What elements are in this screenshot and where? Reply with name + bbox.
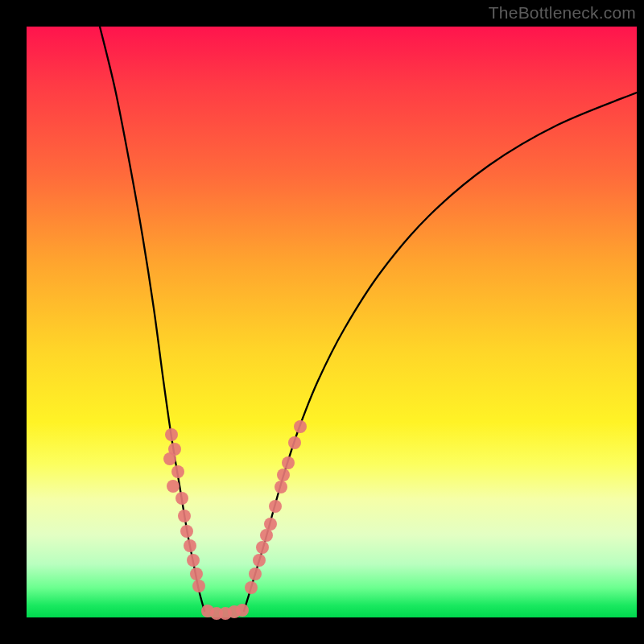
right-marker-dot <box>264 518 277 530</box>
left-marker-dot <box>163 452 176 465</box>
left-marker-dot <box>175 492 188 505</box>
watermark-text: TheBottleneck.com <box>489 3 636 23</box>
right-marker-dot <box>288 436 301 449</box>
right-marker-dot <box>269 500 282 513</box>
right-marker-dot <box>294 420 307 433</box>
left-marker-dot <box>167 480 180 493</box>
right-marker-dot <box>260 529 273 542</box>
left-curve <box>100 27 204 611</box>
plot-svg <box>27 27 637 617</box>
left-marker-dot <box>190 568 203 580</box>
left-marker-dot <box>180 525 193 538</box>
left-marker-dot <box>171 465 184 478</box>
right-marker-dot <box>249 568 262 580</box>
right-marker-dot <box>245 581 258 594</box>
marker-group <box>163 420 307 620</box>
valley-marker-dot <box>236 604 249 617</box>
chart-stage: TheBottleneck.com <box>0 0 644 644</box>
left-marker-dot <box>187 554 200 567</box>
right-marker-dot <box>277 469 290 481</box>
left-marker-dot <box>184 539 196 552</box>
plot-area <box>27 27 637 617</box>
right-marker-dot <box>282 456 295 469</box>
right-marker-dot <box>253 554 266 567</box>
left-marker-dot <box>165 428 178 441</box>
right-marker-dot <box>275 481 287 493</box>
left-marker-dot <box>178 510 191 522</box>
left-marker-dot <box>192 580 205 592</box>
right-marker-dot <box>256 541 269 554</box>
right-curve <box>244 93 637 611</box>
